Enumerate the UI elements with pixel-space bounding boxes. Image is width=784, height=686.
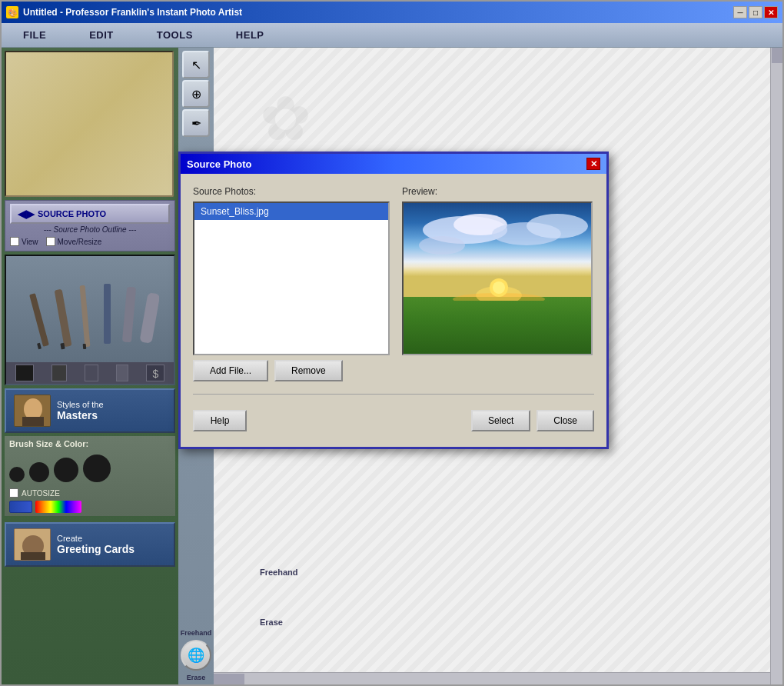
add-remove-buttons: Add File... Remove	[193, 360, 390, 381]
dialog-title-bar: Source Photo ✕	[181, 154, 606, 174]
select-close-buttons: Select Close	[471, 410, 594, 431]
source-photos-column: Source Photos: Sunset_Bliss.jpg Add File…	[193, 186, 390, 381]
preview-label: Preview:	[402, 186, 594, 197]
modal-overlay: Source Photo ✕ Source Photos: Sunset_Bli…	[2, 2, 782, 684]
source-photo-dialog: Source Photo ✕ Source Photos: Sunset_Bli…	[178, 152, 609, 449]
help-button[interactable]: Help	[193, 410, 247, 431]
source-photos-label: Source Photos:	[193, 186, 390, 197]
svg-point-24	[493, 281, 505, 294]
dialog-bottom-buttons: Help Select Close	[193, 407, 594, 435]
preview-column: Preview:	[402, 186, 594, 381]
close-dialog-button[interactable]: Close	[537, 410, 594, 431]
select-button[interactable]: Select	[471, 410, 530, 431]
sunset-ground	[404, 297, 591, 354]
dialog-close-x-button[interactable]: ✕	[586, 158, 600, 170]
remove-button[interactable]: Remove	[274, 360, 343, 381]
sunset-preview-image	[404, 203, 591, 354]
dialog-top-section: Source Photos: Sunset_Bliss.jpg Add File…	[193, 186, 594, 381]
dialog-divider	[193, 394, 594, 395]
add-file-button[interactable]: Add File...	[193, 360, 268, 381]
dialog-body: Source Photos: Sunset_Bliss.jpg Add File…	[181, 174, 606, 447]
main-window: 🎨 Untitled - Professor Franklin's Instan…	[0, 0, 784, 686]
preview-box	[402, 201, 593, 355]
svg-point-20	[527, 214, 588, 238]
photos-list[interactable]: Sunset_Bliss.jpg	[193, 201, 390, 355]
dialog-title: Source Photo	[187, 158, 252, 170]
photo-list-item[interactable]: Sunset_Bliss.jpg	[194, 203, 388, 220]
svg-point-19	[419, 236, 465, 255]
sunset-clouds-svg	[404, 203, 591, 301]
